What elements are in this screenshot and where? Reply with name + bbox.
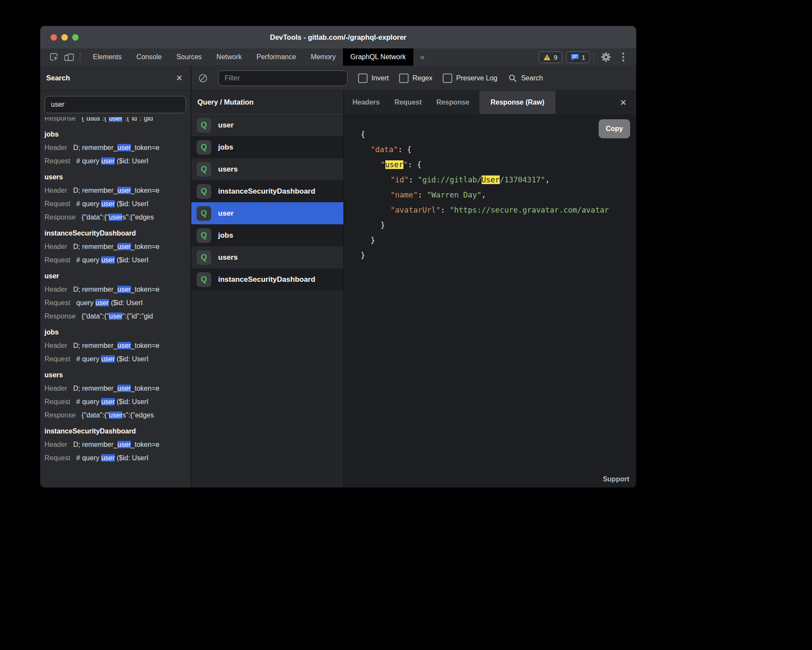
checkbox-regex[interactable]: Regex: [399, 73, 432, 83]
devtools-window: DevTools - gitlab.com/-/graphql-explorer…: [40, 26, 636, 488]
query-badge-icon: Q: [197, 184, 211, 199]
titlebar: DevTools - gitlab.com/-/graphql-explorer: [40, 26, 636, 48]
result-row-label: Header: [44, 243, 67, 250]
search-toggle-button[interactable]: Search: [508, 74, 543, 83]
search-result-row[interactable]: Response{"data":{"user":{"id":"gid: [44, 309, 190, 323]
json-line: }: [361, 233, 636, 248]
json-line: "user": {: [361, 157, 636, 172]
search-result-row[interactable]: Request# query user ($id: UserI: [44, 352, 190, 366]
toolbar-tab-elements[interactable]: Elements: [86, 48, 129, 66]
toolbar-tab-performance[interactable]: Performance: [249, 48, 304, 66]
search-result-row[interactable]: Request# query user ($id: UserI: [44, 197, 190, 210]
response-tab-response-raw[interactable]: Response (Raw): [479, 91, 555, 114]
query-badge-icon: Q: [197, 118, 211, 133]
toolbar-tab-network[interactable]: Network: [209, 48, 249, 66]
issues-warning-badge[interactable]: 9: [539, 51, 562, 63]
checkbox-invert[interactable]: Invert: [358, 73, 389, 83]
search-result-row[interactable]: HeaderD; remember_user_token=e: [44, 382, 190, 395]
response-tab-response[interactable]: Response: [429, 91, 476, 114]
checkbox-box[interactable]: [358, 73, 368, 83]
json-line: "data": {: [361, 142, 636, 157]
result-row-value: # query user ($id: UserI: [76, 200, 149, 207]
checkbox-box[interactable]: [399, 73, 409, 83]
response-tab-bar: HeadersRequestResponseResponse (Raw) ✕: [344, 91, 636, 114]
search-result-row[interactable]: HeaderD; remember_user_token=e: [44, 339, 190, 352]
settings-gear-icon[interactable]: [597, 48, 615, 66]
search-result-row[interactable]: HeaderD; remember_user_token=e: [44, 240, 190, 253]
close-detail-icon[interactable]: ✕: [620, 99, 636, 107]
search-result-row[interactable]: Requestquery user ($id: UserI: [44, 296, 190, 309]
search-result-row[interactable]: Request# query user ($id: UserI: [44, 451, 190, 465]
query-badge-icon: Q: [197, 228, 211, 243]
result-row-label: Header: [44, 441, 67, 448]
query-item-instancesecuritydashboard[interactable]: QinstanceSecurityDashboard: [191, 180, 343, 202]
result-row-value: # query user ($id: UserI: [76, 454, 149, 462]
search-result-row[interactable]: Request# query user ($id: UserI: [44, 395, 190, 408]
result-row-value: {"data":{"user":{"id":"gid: [82, 117, 153, 122]
search-result-row[interactable]: HeaderD; remember_user_token=e: [44, 184, 190, 197]
search-results-panel: Response{"data":{"user":{"id":"gidjobsHe…: [40, 91, 191, 488]
result-row-label: Response: [44, 312, 76, 320]
search-panel-title: Search: [46, 74, 176, 82]
search-result-row[interactable]: Response{"data":{"users":{"edges: [44, 408, 190, 422]
query-item-label: user: [218, 209, 234, 218]
result-row-value: D; remember_user_token=e: [73, 385, 159, 392]
query-badge-icon: Q: [197, 140, 211, 155]
search-result-section-title: users: [44, 170, 190, 184]
more-tabs-button[interactable]: »: [413, 52, 432, 62]
query-item-instancesecuritydashboard[interactable]: QinstanceSecurityDashboard: [191, 268, 343, 290]
result-row-label: Request: [44, 299, 70, 306]
response-raw-json: Copy {"data": {"user": {"id": "gid://git…: [344, 114, 636, 488]
device-toolbar-icon[interactable]: [62, 48, 76, 66]
checkbox-label: Preserve Log: [456, 74, 497, 82]
search-result-row[interactable]: Request# query user ($id: UserI: [44, 154, 190, 168]
result-row-value: {"data":{"user":{"id":"gid: [82, 312, 153, 320]
filter-input[interactable]: [218, 70, 348, 86]
toolbar-tab-sources[interactable]: Sources: [169, 48, 209, 66]
search-result-row[interactable]: HeaderD; remember_user_token=e: [44, 141, 190, 154]
query-item-user[interactable]: Quser: [191, 114, 343, 136]
toolbar-tab-graphql-network[interactable]: GraphQL Network: [343, 48, 413, 66]
result-row-label: Request: [44, 200, 70, 207]
query-panel-title: Query / Mutation: [191, 91, 343, 114]
response-tab-request[interactable]: Request: [387, 91, 429, 114]
result-row-value: # query user ($id: UserI: [76, 157, 149, 165]
clear-icon[interactable]: [198, 73, 208, 83]
support-link[interactable]: Support: [603, 475, 629, 483]
result-row-value: D; remember_user_token=e: [73, 441, 159, 448]
close-search-panel-icon[interactable]: ✕: [176, 74, 183, 82]
close-traffic-button[interactable]: [51, 34, 57, 41]
copy-button[interactable]: Copy: [599, 119, 630, 138]
result-row-label: Header: [44, 144, 67, 151]
search-result-row[interactable]: Response{"data":{"user":{"id":"gid: [44, 117, 190, 125]
query-badge-icon: Q: [197, 206, 211, 221]
query-item-jobs[interactable]: Qjobs: [191, 224, 343, 246]
query-item-label: instanceSecurityDashboard: [218, 275, 315, 284]
toolbar-tab-memory[interactable]: Memory: [303, 48, 343, 66]
toolbar-tab-console[interactable]: Console: [129, 48, 169, 66]
checkbox-box[interactable]: [443, 73, 452, 83]
response-tab-headers[interactable]: Headers: [345, 91, 387, 114]
messages-badge[interactable]: 1: [566, 51, 590, 63]
search-result-row[interactable]: HeaderD; remember_user_token=e: [44, 438, 190, 451]
query-item-jobs[interactable]: Qjobs: [191, 136, 343, 158]
toolbar-right: 9 1: [535, 48, 632, 66]
query-item-users[interactable]: Qusers: [191, 158, 343, 180]
more-options-icon[interactable]: [615, 48, 632, 66]
query-item-label: users: [218, 165, 238, 174]
search-input[interactable]: [44, 96, 186, 113]
inspect-icon[interactable]: [47, 48, 62, 66]
search-result-row[interactable]: Request# query user ($id: UserI: [44, 253, 190, 267]
search-result-section-title: users: [44, 368, 190, 382]
search-result-row[interactable]: Response{"data":{"users":{"edges: [44, 210, 190, 224]
minimize-traffic-button[interactable]: [61, 34, 68, 41]
search-result-row[interactable]: HeaderD; remember_user_token=e: [44, 283, 190, 296]
json-line: "id": "gid://gitlab/User/13704317",: [361, 172, 636, 188]
maximize-traffic-button[interactable]: [72, 34, 79, 41]
query-item-user[interactable]: Quser: [191, 202, 343, 224]
checkbox-preserve-log[interactable]: Preserve Log: [443, 73, 497, 83]
result-row-label: Request: [44, 256, 70, 264]
json-line: {: [361, 127, 636, 142]
result-row-label: Header: [44, 187, 67, 194]
query-item-users[interactable]: Qusers: [191, 246, 343, 268]
